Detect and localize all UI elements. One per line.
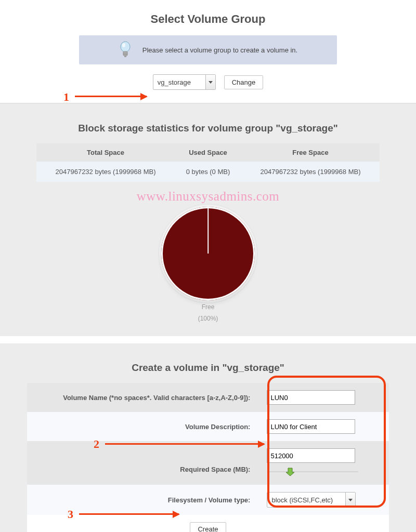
stats-col-free: Free Space: [241, 143, 380, 162]
annotation-arrow-3: [79, 513, 179, 515]
stats-col-used: Used Space: [175, 143, 241, 162]
chevron-down-icon: [209, 81, 213, 84]
pie-label-pct: (100%): [14, 315, 402, 323]
vg-select-value: vg_storage: [153, 75, 205, 89]
pie-chart: [161, 207, 255, 300]
stats-section: Block storage statistics for volume grou…: [0, 104, 416, 336]
stats-used: 0 bytes (0 MB): [175, 162, 241, 182]
vg-select-dropdown-button[interactable]: [205, 75, 215, 89]
stats-heading: Block storage statistics for volume grou…: [14, 123, 402, 134]
hint-text: Please select a volume group to create a…: [142, 46, 297, 54]
label-fs-type: Filesystem / Volume type:: [27, 485, 258, 515]
svg-rect-5: [124, 56, 126, 57]
create-button[interactable]: Create: [190, 522, 226, 532]
pie-chart-wrap: Free (100%): [14, 207, 402, 323]
annotation-number-1: 1: [63, 90, 69, 104]
stats-table: Total Space Used Space Free Space 204796…: [36, 143, 380, 182]
annotation-arrow-1: [75, 96, 147, 97]
svg-point-1: [122, 43, 125, 47]
watermark-text: www.linuxsysadmins.com: [14, 189, 402, 204]
annotation-arrow-2: [105, 443, 264, 445]
create-section: Create a volume in "vg_storage" Volume N…: [0, 343, 416, 532]
annotation-number-3: 3: [68, 508, 73, 521]
stats-free: 2047967232 bytes (1999968 MB): [241, 162, 380, 182]
label-volume-name: Volume Name (*no spaces*. Valid characte…: [27, 383, 258, 412]
change-button[interactable]: Change: [224, 75, 264, 89]
annotation-number-2: 2: [94, 437, 99, 451]
page-title: Select Volume Group: [0, 12, 416, 26]
vg-select-row: vg_storage Change: [0, 74, 416, 90]
create-heading: Create a volume in "vg_storage": [14, 362, 402, 374]
lightbulb-icon: [119, 41, 132, 59]
vg-select[interactable]: vg_storage: [153, 74, 216, 90]
stats-row: 2047967232 bytes (1999968 MB) 0 bytes (0…: [36, 162, 380, 182]
pie-label-name: Free: [14, 303, 402, 312]
row-submit: Create: [27, 515, 389, 532]
svg-rect-2: [123, 51, 127, 56]
stats-col-total: Total Space: [36, 143, 175, 162]
hint-banner: Please select a volume group to create a…: [79, 35, 337, 64]
stats-total: 2047967232 bytes (1999968 MB): [36, 162, 175, 182]
label-required-space: Required Space (MB):: [27, 441, 258, 485]
annotation-highlight-box: [267, 376, 386, 508]
svg-point-0: [121, 42, 130, 52]
label-volume-desc: Volume Description:: [27, 412, 258, 441]
